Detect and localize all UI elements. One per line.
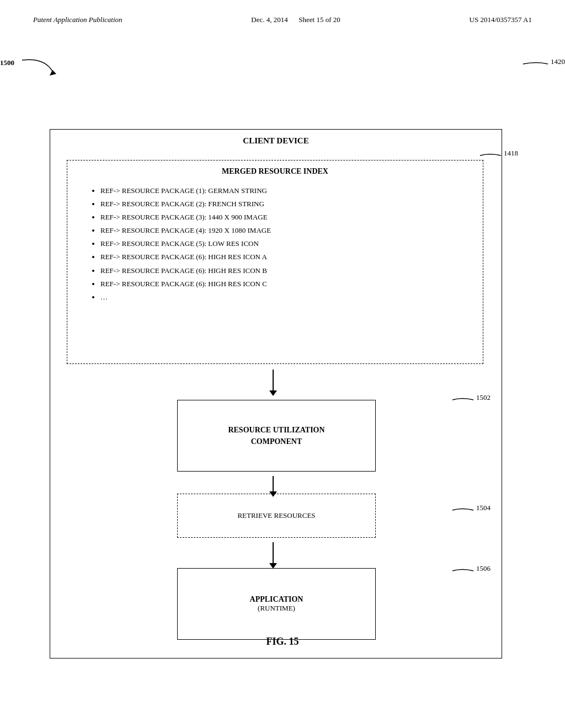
app-subtitle: (RUNTIME) — [258, 604, 295, 613]
retrieve-title: RETRIEVE RESOURCES — [237, 511, 315, 520]
list-item: REF-> RESOURCE PACKAGE (5): LOW RES ICON — [100, 238, 483, 250]
arrow-1420-svg — [520, 58, 553, 69]
arrow-1500-svg — [17, 55, 61, 82]
list-item: REF-> RESOURCE PACKAGE (6): HIGH RES ICO… — [100, 278, 483, 290]
header-date: Dec. 4, 2014 — [251, 15, 287, 24]
list-item: … — [100, 291, 483, 303]
label-1502-outer: 1502 — [476, 393, 491, 402]
header-publication: Patent Application Publication — [33, 15, 122, 24]
arrow-1504-svg — [451, 505, 479, 516]
resource-list: REF-> RESOURCE PACKAGE (1): GERMAN STRIN… — [67, 180, 483, 303]
list-item: REF-> RESOURCE PACKAGE (2): FRENCH STRIN… — [100, 198, 483, 210]
svg-marker-0 — [50, 70, 56, 76]
page-header: Patent Application Publication Dec. 4, 2… — [0, 0, 565, 30]
diagram-area: 1500 1420 CLIENT DEVICE 1418 MERGED RESO… — [0, 30, 565, 692]
label-1418-outer: 1418 — [504, 149, 518, 158]
arrow-1502-svg — [451, 394, 479, 405]
header-patent: US 2014/0357357 A1 — [470, 15, 532, 24]
list-item: REF-> RESOURCE PACKAGE (1): GERMAN STRIN… — [100, 185, 483, 197]
label-1420: 1420 — [551, 57, 565, 66]
arrow-line-3 — [273, 542, 274, 563]
label-1504-outer: 1504 — [476, 504, 491, 512]
arrow-down-1 — [269, 370, 277, 396]
client-device-title: CLIENT DEVICE — [50, 130, 502, 150]
header-sheet: Sheet 15 of 20 — [299, 15, 340, 24]
list-item: REF-> RESOURCE PACKAGE (4): 1920 X 1080 … — [100, 224, 483, 237]
merged-resource-title: MERGED RESOURCE INDEX — [67, 160, 483, 180]
ruc-box: RESOURCE UTILIZATION COMPONENT — [177, 400, 376, 472]
app-box: APPLICATION (RUNTIME) — [177, 568, 376, 640]
retrieve-box: RETRIEVE RESOURCES — [177, 494, 376, 538]
fig-caption: FIG. 15 — [0, 636, 565, 647]
header-date-sheet: Dec. 4, 2014 Sheet 15 of 20 — [251, 15, 340, 24]
merged-resource-box: MERGED RESOURCE INDEX REF-> RESOURCE PAC… — [67, 160, 483, 364]
list-item: REF-> RESOURCE PACKAGE (6): HIGH RES ICO… — [100, 251, 483, 263]
arrow-line-1 — [273, 370, 274, 390]
client-device-box: CLIENT DEVICE 1418 MERGED RESOURCE INDEX… — [50, 129, 502, 659]
label-1500: 1500 — [0, 58, 14, 67]
app-title: APPLICATION — [250, 595, 303, 604]
label-1506-outer: 1506 — [476, 564, 491, 573]
list-item: REF-> RESOURCE PACKAGE (6): HIGH RES ICO… — [100, 265, 483, 277]
arrow-line-2 — [273, 476, 274, 491]
label-1500-group: 1500 — [0, 57, 14, 67]
arrow-head-1 — [269, 390, 277, 396]
list-item: REF-> RESOURCE PACKAGE (3): 1440 X 900 I… — [100, 211, 483, 223]
arrow-1418-svg — [479, 150, 507, 161]
arrow-down-3 — [269, 542, 277, 569]
arrow-1506-svg — [451, 565, 479, 576]
ruc-title: RESOURCE UTILIZATION COMPONENT — [228, 424, 324, 447]
